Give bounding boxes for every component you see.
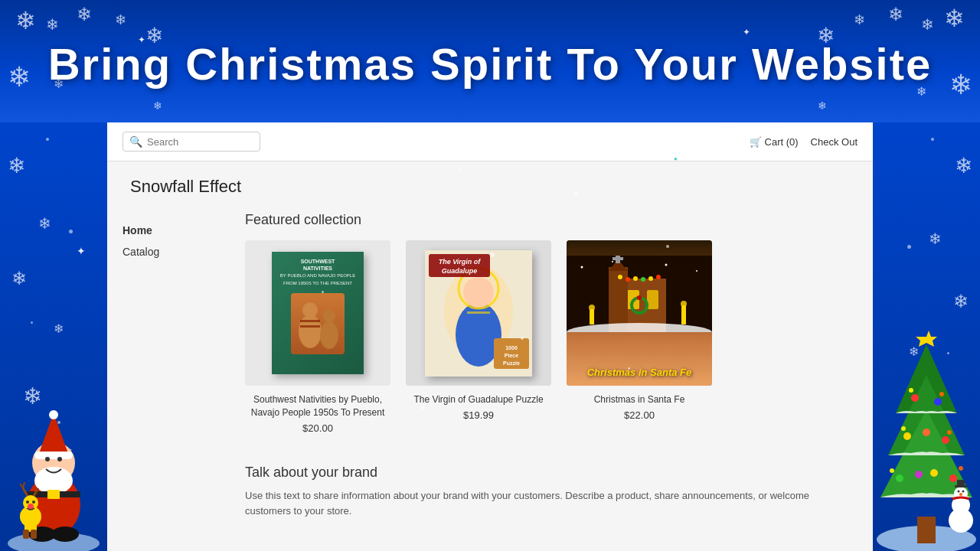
search-icon: 🔍 <box>129 135 142 148</box>
svg-point-49 <box>958 491 960 493</box>
snowflake-deco: ❄ <box>818 99 827 112</box>
svg-point-38 <box>949 474 957 482</box>
svg-point-55 <box>302 302 318 318</box>
cart-link[interactable]: 🛒 Cart (0) <box>750 136 799 148</box>
product-card-3[interactable]: Christmas in Santa Fe Christmas in Santa… <box>567 240 712 434</box>
svg-point-8 <box>57 457 62 461</box>
snowflake-deco: ❄ <box>888 4 903 25</box>
snowflake-side: ❄ <box>929 230 942 248</box>
nav-catalog[interactable]: Catalog <box>122 241 230 262</box>
svg-point-85 <box>618 275 622 279</box>
product-image-2: The Virgin of Guadalupe 1000 Piece Puzzl… <box>406 240 551 386</box>
svg-point-57 <box>323 310 335 322</box>
svg-rect-4 <box>34 452 73 459</box>
svg-text:The Virgin of: The Virgin of <box>439 258 482 266</box>
snowflake-side: ❄ <box>11 268 27 289</box>
store-content: Home Catalog Featured collection SOUTHWE… <box>107 204 873 535</box>
santa-decoration <box>0 337 107 551</box>
featured-collection-title: Featured collection <box>245 212 858 228</box>
svg-rect-95 <box>681 305 686 324</box>
sparkle-deco: ✦ <box>743 27 750 37</box>
snowflake-deco: ❄ <box>46 15 59 34</box>
svg-point-74 <box>581 266 583 269</box>
checkout-link[interactable]: Check Out <box>811 136 858 148</box>
svg-point-33 <box>942 436 949 444</box>
svg-point-31 <box>934 398 942 406</box>
snowflake-deco: ❄ <box>944 4 965 33</box>
product-card-1[interactable]: SOUTHWESTNATIVITIESBY PUEBLO AND NAVAJO … <box>245 240 390 434</box>
store-title: Snowfall Effect <box>130 177 850 197</box>
svg-rect-65 <box>467 311 490 314</box>
book1-cover: SOUTHWESTNATIVITIESBY PUEBLO AND NAVAJO … <box>272 252 364 374</box>
svg-point-41 <box>939 392 944 396</box>
svg-point-90 <box>656 275 661 279</box>
product-grid: SOUTHWESTNATIVITIESBY PUEBLO AND NAVAJO … <box>245 240 858 434</box>
store-panel: 🔍 🛒 Cart (0) Check Out Snowfall Effect H… <box>107 122 873 551</box>
product-price-1: $20.00 <box>245 422 390 434</box>
svg-point-21 <box>32 500 35 504</box>
svg-point-88 <box>641 277 645 282</box>
svg-point-94 <box>589 305 595 311</box>
svg-line-18 <box>23 482 24 488</box>
svg-point-87 <box>633 276 638 281</box>
product-card-2[interactable]: The Virgin of Guadalupe 1000 Piece Puzzl… <box>406 240 551 434</box>
search-area[interactable]: 🔍 <box>122 132 260 152</box>
sidebar-nav: Home Catalog <box>122 212 230 527</box>
svg-rect-23 <box>23 530 29 539</box>
snowflake-deco: ❄ <box>77 4 92 25</box>
svg-point-34 <box>923 429 930 436</box>
svg-rect-10 <box>47 490 60 499</box>
product-image-3: Christmas in Santa Fe <box>567 240 712 386</box>
main-product-area: Featured collection SOUTHWESTNATIVITIESB… <box>230 212 858 527</box>
brand-text: Use this text to share information about… <box>245 488 858 520</box>
svg-point-32 <box>903 432 911 440</box>
svg-rect-59 <box>300 325 320 328</box>
svg-point-35 <box>896 474 903 482</box>
svg-point-96 <box>681 301 687 307</box>
svg-text:Puzzle: Puzzle <box>503 360 520 366</box>
christmas-tree <box>873 321 980 551</box>
product-name-3: Christmas in Santa Fe <box>567 393 712 406</box>
book2-cover: The Virgin of Guadalupe 1000 Piece Puzzl… <box>425 250 532 377</box>
snowflake-side: ❄ <box>953 291 969 312</box>
svg-rect-93 <box>590 309 594 324</box>
svg-text:Guadalupe: Guadalupe <box>442 267 478 275</box>
product-name-1: Southwest Nativities by Pueblo, Navajo P… <box>245 393 390 419</box>
svg-rect-26 <box>917 517 936 543</box>
snowflake-deco: ❄ <box>15 6 36 35</box>
product-image-1: SOUTHWESTNATIVITIESBY PUEBLO AND NAVAJO … <box>245 240 390 386</box>
svg-point-44 <box>890 468 894 473</box>
brand-section: Talk about your brand Use this text to s… <box>245 457 858 528</box>
svg-point-42 <box>901 426 906 431</box>
product-price-2: $19.99 <box>406 409 551 421</box>
svg-line-15 <box>23 488 28 496</box>
svg-point-37 <box>930 469 938 477</box>
svg-point-56 <box>320 321 338 349</box>
nav-home[interactable]: Home <box>122 220 230 241</box>
svg-point-89 <box>648 276 653 281</box>
snowflake-deco: ❄ <box>115 11 126 28</box>
svg-point-86 <box>626 277 630 282</box>
store-header: 🔍 🛒 Cart (0) Check Out <box>107 122 873 161</box>
svg-point-50 <box>962 491 965 493</box>
product-price-3: $22.00 <box>567 409 712 421</box>
svg-point-40 <box>909 388 913 393</box>
cart-label: Cart (0) <box>765 136 799 148</box>
svg-point-43 <box>947 430 952 435</box>
svg-rect-24 <box>31 530 37 539</box>
snowflake-deco: ❄ <box>921 15 934 34</box>
main-title: Bring Christmas Spirit To Your Website <box>0 38 980 90</box>
svg-point-45 <box>959 466 963 471</box>
svg-point-77 <box>696 270 697 272</box>
svg-point-20 <box>26 500 29 504</box>
svg-marker-3 <box>38 413 69 455</box>
search-input[interactable] <box>147 136 239 148</box>
snowflake-side: ❄ <box>54 321 64 336</box>
sparkle-side: ✦ <box>77 245 86 257</box>
svg-text:1000: 1000 <box>505 345 518 350</box>
svg-rect-53 <box>957 480 965 487</box>
svg-point-54 <box>299 315 322 348</box>
svg-point-30 <box>911 394 919 402</box>
brand-title: Talk about your brand <box>245 465 858 481</box>
svg-rect-80 <box>647 290 658 309</box>
